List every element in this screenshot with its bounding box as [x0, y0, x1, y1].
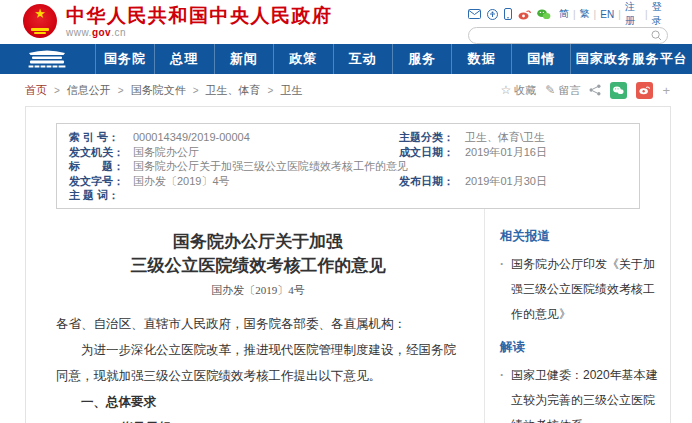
- accessibility-icon[interactable]: [487, 9, 498, 20]
- document-meta-table: 索 引 号： 000014349/2019-00004 主题分类： 卫生、体育\…: [56, 123, 640, 209]
- meta-label-keywords: 主 题 词：: [69, 188, 133, 203]
- nav-item-news[interactable]: 新闻: [215, 44, 274, 74]
- meta-label-category: 主题分类：: [399, 130, 465, 145]
- nav-item-services[interactable]: 服务: [393, 44, 452, 74]
- document-body-area: 国务院办公厅关于加强 三级公立医院绩效考核工作的意见 国办发〔2019〕4号 各…: [26, 209, 485, 423]
- meta-row: 索 引 号： 000014349/2019-00004 主题分类： 卫生、体育\…: [69, 130, 627, 145]
- meta-row: 标 题： 国务院办公厅关于加强三级公立医院绩效考核工作的意见: [69, 159, 627, 174]
- breadcrumb-state-council-docs[interactable]: 国务院文件: [131, 83, 186, 98]
- meta-value-index: 000014349/2019-00004: [133, 130, 399, 145]
- meta-label-index: 索 引 号：: [69, 130, 133, 145]
- site-brand[interactable]: ★ 中华人民共和国中央人民政府 www.gov.cn: [23, 4, 333, 38]
- lang-english[interactable]: EN: [600, 9, 614, 20]
- register-link[interactable]: 注册: [625, 0, 641, 28]
- breadcrumb-info-disclosure[interactable]: 信息公开: [67, 83, 111, 98]
- search-input[interactable]: [479, 29, 651, 42]
- mail-icon[interactable]: [468, 9, 481, 19]
- comment-button[interactable]: ✎ 留言: [545, 83, 580, 98]
- main-nav: 国务院 总理 新闻 政策 互动 服务 数据 国情 国家政务服务平台: [0, 44, 692, 74]
- breadcrumb-home[interactable]: 首页: [25, 83, 47, 98]
- related-report-link[interactable]: · 国务院办公厅印发《关于加强三级公立医院绩效考核工作的意见》: [500, 252, 658, 327]
- document-title: 国务院办公厅关于加强 三级公立医院绩效考核工作的意见: [56, 230, 460, 278]
- meta-value-category: 卫生、体育\卫生: [465, 130, 627, 145]
- star-icon: ☆: [501, 83, 512, 97]
- nav-item-premier[interactable]: 总理: [155, 44, 214, 74]
- breadcrumb: 首页 > 信息公开 > 国务院文件 > 卫生、体育 > 卫生 ☆ 收藏 ✎ 留言…: [25, 74, 670, 106]
- nav-item-state-council[interactable]: 国务院: [96, 44, 155, 74]
- breadcrumb-health-sports[interactable]: 卫生、体育: [206, 83, 261, 98]
- interpretation-heading: 解读: [500, 339, 658, 356]
- meta-value-publish-date: 2019年01月30日: [465, 174, 627, 189]
- meta-row: 发文字号： 国办发〔2019〕4号 发布日期： 2019年01月30日: [69, 174, 627, 189]
- weibo-icon[interactable]: [518, 9, 531, 20]
- meta-label-publish-date: 发布日期：: [399, 174, 465, 189]
- lang-simplified[interactable]: 简: [559, 7, 569, 21]
- paragraph-intro: 为进一步深化公立医院改革，推进现代医院管理制度建设，经国务院同意，现就加强三级公…: [56, 337, 460, 389]
- pencil-icon: ✎: [545, 83, 555, 97]
- meta-value-issuer: 国务院办公厅: [133, 145, 399, 160]
- paragraph-section-heading: 一、总体要求: [56, 389, 460, 415]
- meta-label-written-date: 成文日期：: [399, 145, 465, 160]
- nav-item-interact[interactable]: 互动: [334, 44, 393, 74]
- login-link[interactable]: 登录: [652, 0, 668, 28]
- meta-value-title: 国务院办公厅关于加强三级公立医院绩效考核工作的意见: [133, 159, 627, 174]
- nav-home-tiananmen-icon[interactable]: [0, 44, 96, 74]
- search-box[interactable]: [468, 27, 668, 44]
- document-number: 国办发〔2019〕4号: [56, 283, 460, 298]
- share-weibo-icon[interactable]: [636, 82, 653, 99]
- site-header: ★ 中华人民共和国中央人民政府 www.gov.cn: [0, 0, 692, 44]
- wechat-icon[interactable]: [537, 9, 551, 20]
- share-wechat-icon[interactable]: [610, 82, 627, 99]
- nav-item-data[interactable]: 数据: [452, 44, 511, 74]
- nav-item-policy[interactable]: 政策: [274, 44, 333, 74]
- national-emblem-icon: ★: [23, 4, 57, 38]
- meta-label-title: 标 题：: [69, 159, 133, 174]
- document-container: 索 引 号： 000014349/2019-00004 主题分类： 卫生、体育\…: [25, 106, 671, 423]
- bullet-icon: ·: [500, 363, 504, 388]
- breadcrumb-actions: ☆ 收藏 ✎ 留言 +: [501, 82, 670, 99]
- meta-row: 主 题 词：: [69, 188, 627, 203]
- nav-item-gov-service-platform[interactable]: 国家政务服务平台: [571, 44, 692, 74]
- share-icon[interactable]: [589, 84, 601, 96]
- site-url: www.gov.cn: [66, 27, 333, 38]
- more-share-button[interactable]: +: [662, 83, 670, 98]
- nav-item-national[interactable]: 国情: [512, 44, 571, 74]
- paragraph-salutation: 各省、自治区、直辖市人民政府，国务院各部委、各直属机构：: [56, 311, 460, 337]
- bullet-icon: ·: [500, 252, 504, 277]
- document-text: 各省、自治区、直辖市人民政府，国务院各部委、各直属机构： 为进一步深化公立医院改…: [56, 311, 460, 423]
- related-reports-heading: 相关报道: [500, 228, 658, 245]
- meta-value-written-date: 2019年01月16日: [465, 145, 627, 160]
- paragraph-subsection-heading: （一）指导思想。: [56, 415, 460, 423]
- header-right: 简 | 繁 | EN | 注册 | 登录: [468, 7, 668, 44]
- meta-value-keywords: [133, 188, 627, 203]
- related-sidebar: 相关报道 · 国务院办公厅印发《关于加强三级公立医院绩效考核工作的意见》 解读 …: [485, 209, 670, 423]
- search-icon[interactable]: [651, 30, 662, 41]
- meta-label-doc-number: 发文字号：: [69, 174, 133, 189]
- meta-row: 发文机关： 国务院办公厅 成文日期： 2019年01月16日: [69, 145, 627, 160]
- lang-traditional[interactable]: 繁: [580, 7, 590, 21]
- interpretation-link[interactable]: · 国家卫健委：2020年基本建立较为完善的三级公立医院绩效考核体系: [500, 363, 658, 423]
- favorite-button[interactable]: ☆ 收藏: [501, 83, 537, 98]
- mobile-icon[interactable]: [504, 8, 512, 20]
- lang-links: 简 | 繁 | EN | 注册 | 登录: [559, 0, 668, 28]
- meta-label-issuer: 发文机关：: [69, 145, 133, 160]
- breadcrumb-health[interactable]: 卫生: [280, 83, 302, 98]
- meta-value-doc-number: 国办发〔2019〕4号: [133, 174, 399, 189]
- site-title: 中华人民共和国中央人民政府: [66, 5, 333, 27]
